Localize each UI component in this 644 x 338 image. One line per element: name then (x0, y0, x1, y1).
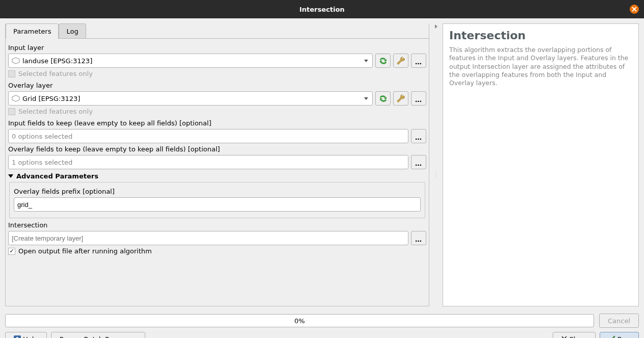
overlay-prefix-input[interactable] (14, 197, 421, 212)
input-layer-browse-button[interactable]: … (411, 54, 426, 68)
input-selected-only-label: Selected features only (18, 70, 93, 77)
output-label: Intersection (8, 221, 426, 229)
disclosure-down-icon (8, 174, 13, 178)
overlay-layer-value: Grid [EPSG:3123] (22, 95, 363, 102)
svg-marker-3 (364, 60, 368, 62)
help-panel: Intersection This algorithm extracts the… (443, 23, 639, 306)
chevron-down-icon (363, 95, 369, 101)
input-fields-row: 0 options selected … (8, 129, 426, 143)
dots-icon: … (415, 160, 422, 167)
progress-row: 0% Cancel (5, 314, 639, 328)
tab-parameters[interactable]: Parameters (6, 23, 59, 39)
input-fields-browse-button[interactable]: … (411, 129, 426, 143)
close-button[interactable]: Close (553, 332, 596, 338)
dots-icon: … (415, 58, 422, 66)
advanced-parameters-box: Overlay fields prefix [optional] (9, 182, 425, 218)
overlay-layer-combo[interactable]: Grid [EPSG:3123] (8, 91, 373, 106)
open-after-label: Open output file after running algorithm (18, 247, 152, 255)
dots-icon: … (415, 134, 422, 141)
dots-icon: … (415, 96, 422, 103)
svg-marker-4 (12, 95, 19, 101)
overlay-prefix-label: Overlay fields prefix [optional] (14, 188, 421, 195)
tab-log[interactable]: Log (59, 23, 86, 39)
input-fields-value[interactable]: 0 options selected (8, 129, 408, 143)
splitter-handle-icon: ··· (435, 171, 436, 177)
cancel-label: Cancel (608, 317, 630, 325)
output-row: … (8, 231, 426, 245)
collapse-right-icon (435, 24, 437, 29)
overlay-selected-only-checkbox (8, 108, 15, 115)
input-layer-options-button[interactable] (393, 54, 408, 68)
overlay-layer-options-button[interactable] (393, 91, 408, 106)
polygon-layer-icon (12, 95, 20, 102)
dialog-body: Parameters Log Input layer landuse [EPSG… (0, 18, 644, 338)
polygon-layer-icon (12, 57, 20, 64)
splitter[interactable]: ··· (434, 23, 437, 306)
params-body: Input layer landuse [EPSG:3123] (6, 39, 429, 304)
close-window-button[interactable] (630, 5, 639, 14)
tabs: Parameters Log (6, 23, 429, 39)
output-destination-input[interactable] (8, 231, 408, 245)
tab-log-label: Log (66, 28, 78, 35)
input-layer-row: landuse [EPSG:3123] … (8, 54, 426, 68)
wrench-icon (396, 94, 406, 103)
overlay-layer-row: Grid [EPSG:3123] … (8, 91, 426, 106)
input-layer-label: Input layer (8, 44, 426, 51)
tab-parameters-label: Parameters (13, 28, 51, 35)
iterate-icon (378, 94, 388, 103)
overlay-fields-browse-button[interactable]: … (411, 155, 426, 169)
open-after-checkbox[interactable] (8, 248, 15, 255)
batch-button-label: Run as Batch Process… (60, 335, 137, 339)
overlay-layer-label: Overlay layer (8, 82, 426, 89)
overlay-fields-row: 1 options selected … (8, 155, 426, 169)
bottom-right: Close Run (553, 332, 639, 338)
input-layer-combo[interactable]: landuse [EPSG:3123] (8, 54, 373, 68)
titlebar: Intersection (0, 0, 644, 18)
help-title: Intersection (449, 29, 632, 42)
overlay-fields-label: Overlay fields to keep (leave empty to k… (8, 145, 426, 153)
help-button[interactable]: ? Help (5, 332, 47, 338)
parameters-panel: Parameters Log Input layer landuse [EPSG… (5, 23, 429, 306)
open-after-row: Open output file after running algorithm (8, 247, 426, 255)
help-body: This algorithm extracts the overlapping … (449, 46, 632, 87)
input-layer-value: landuse [EPSG:3123] (22, 57, 363, 65)
bottom-left: ? Help Run as Batch Process… (5, 332, 145, 338)
close-button-label: Close (569, 335, 587, 339)
overlay-fields-value[interactable]: 1 options selected (8, 155, 408, 169)
help-button-label: Help (23, 335, 38, 339)
advanced-parameters-toggle[interactable]: Advanced Parameters (8, 172, 426, 180)
svg-marker-2 (12, 58, 19, 64)
progress-text: 0% (294, 317, 305, 325)
advanced-parameters-label: Advanced Parameters (16, 172, 98, 180)
chevron-down-icon (363, 58, 369, 64)
main-row: Parameters Log Input layer landuse [EPSG… (5, 23, 639, 306)
progress-bar: 0% (5, 314, 594, 327)
help-icon: ? (14, 335, 21, 338)
overlay-layer-browse-button[interactable]: … (411, 91, 426, 106)
run-button-label: Run (617, 335, 630, 339)
iterate-button-overlay[interactable] (375, 91, 391, 106)
wrench-icon (396, 56, 406, 66)
input-selected-only-row: Selected features only (8, 70, 426, 77)
run-button[interactable]: Run (600, 332, 639, 338)
close-icon (632, 7, 637, 12)
overlay-selected-only-row: Selected features only (8, 108, 426, 115)
window-title: Intersection (299, 6, 345, 13)
bottom-row: ? Help Run as Batch Process… Close (5, 332, 639, 338)
dots-icon: … (415, 236, 422, 243)
input-fields-label: Input fields to keep (leave empty to kee… (8, 119, 426, 127)
svg-marker-5 (364, 97, 368, 100)
window: Intersection Parameters Log Input layer (0, 0, 644, 338)
overlay-selected-only-label: Selected features only (18, 108, 93, 115)
iterate-button[interactable] (375, 54, 391, 68)
close-icon (561, 335, 567, 339)
input-selected-only-checkbox (8, 70, 15, 77)
apply-icon (608, 335, 615, 339)
batch-button[interactable]: Run as Batch Process… (51, 332, 146, 338)
iterate-icon (378, 56, 388, 66)
output-browse-button[interactable]: … (411, 231, 426, 245)
cancel-button: Cancel (599, 314, 639, 328)
